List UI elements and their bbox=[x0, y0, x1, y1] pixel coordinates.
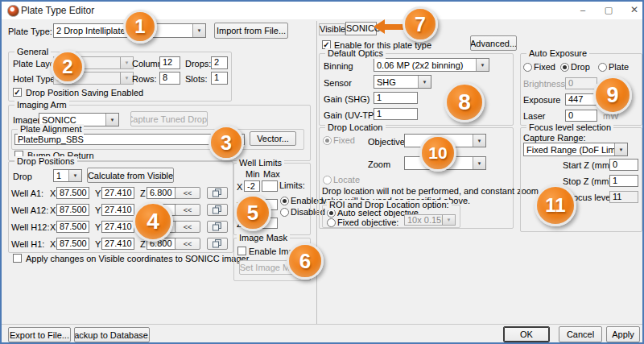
capture-range-combo[interactable]: Fixed Range (DoF Limited) bbox=[523, 143, 628, 156]
tab-visible[interactable]: Visible bbox=[319, 23, 345, 35]
copy-back-button[interactable]: << bbox=[175, 238, 200, 250]
x-field[interactable]: 87.500 bbox=[56, 221, 89, 233]
drop-number-combo[interactable]: 1 bbox=[53, 169, 82, 182]
sensor-combo[interactable]: SHG bbox=[374, 75, 431, 89]
copy-button[interactable] bbox=[207, 238, 228, 250]
laser-field[interactable]: 0 bbox=[565, 110, 597, 122]
chevron-down-icon[interactable] bbox=[105, 114, 118, 126]
x-min-field[interactable]: -2 bbox=[244, 180, 260, 192]
capture-range-value: Fixed Range (DoF Limited) bbox=[524, 145, 614, 155]
copy-back-button[interactable]: << bbox=[175, 221, 200, 233]
exposure-plate-radio[interactable] bbox=[598, 63, 607, 72]
chevron-down-icon[interactable] bbox=[68, 170, 81, 181]
apply-button[interactable]: Apply bbox=[606, 326, 640, 342]
copy-button[interactable] bbox=[207, 221, 228, 233]
export-to-file-button[interactable]: Export to File... bbox=[8, 327, 71, 342]
x-label: X bbox=[50, 222, 56, 232]
drops-field[interactable]: 2 bbox=[211, 56, 228, 69]
slots-label: Slots: bbox=[185, 74, 208, 85]
calculate-from-visible-button[interactable]: Calculate from Visible bbox=[87, 168, 174, 183]
enable-image-mask-checkbox[interactable] bbox=[237, 247, 246, 255]
drops-label: Drops: bbox=[185, 59, 211, 69]
y-label: Y bbox=[95, 189, 101, 198]
chevron-down-icon bbox=[120, 73, 133, 84]
min-label: Min bbox=[246, 169, 260, 180]
copy-button[interactable] bbox=[207, 187, 228, 199]
well-row-a1: Well A1: X 87.500 Y 27.410 Z 6.800 << bbox=[8, 187, 232, 200]
callout-5: 5 bbox=[234, 194, 271, 231]
stop-z-field[interactable]: 1 bbox=[609, 175, 638, 187]
ok-button[interactable]: OK bbox=[503, 326, 550, 342]
y-field[interactable]: 27.410 bbox=[101, 238, 134, 250]
copy-button[interactable] bbox=[207, 204, 228, 216]
callout-11: 11 bbox=[535, 184, 576, 226]
well-label: Well H1: bbox=[11, 239, 44, 249]
vector-button[interactable]: Vector... bbox=[250, 131, 296, 146]
copy-back-button[interactable]: << bbox=[175, 187, 200, 199]
x-max-field[interactable] bbox=[262, 180, 278, 192]
brightness-field: 0 bbox=[565, 77, 597, 89]
chevron-down-icon[interactable] bbox=[192, 24, 205, 37]
chevron-down-icon[interactable] bbox=[476, 59, 489, 71]
x-field[interactable]: 87.500 bbox=[56, 187, 89, 199]
drop-location-note-line1: Drop location will not be performed, and… bbox=[322, 186, 539, 196]
well-label: Well H12: bbox=[11, 222, 49, 232]
drop-position-saving-checkbox[interactable] bbox=[13, 88, 22, 97]
y-label: Y bbox=[95, 239, 101, 249]
sensor-value: SHG bbox=[374, 77, 418, 87]
binning-combo[interactable]: 0.06 MP (2x2 binning) bbox=[374, 58, 489, 72]
fixed-objective-radio[interactable] bbox=[327, 218, 336, 227]
cancel-button[interactable]: Cancel bbox=[559, 326, 602, 342]
x-field[interactable]: 87.500 bbox=[56, 204, 89, 216]
stop-z-label: Stop Z (mm) bbox=[563, 176, 612, 187]
chevron-down-icon[interactable] bbox=[418, 76, 431, 88]
chevron-down-icon[interactable] bbox=[473, 157, 485, 169]
gain-shg-field[interactable]: 1 bbox=[374, 92, 418, 104]
laser-label: Laser bbox=[523, 111, 546, 122]
exposure-field[interactable]: 447 bbox=[565, 93, 597, 106]
x-field[interactable]: 87.500 bbox=[56, 238, 89, 250]
y-field[interactable]: 27.410 bbox=[101, 221, 134, 233]
well-label: Well A12: bbox=[11, 205, 48, 215]
capture-tuned-drops-button: Capture Tuned Drops bbox=[130, 111, 208, 126]
tab-sonicc[interactable]: SONICC bbox=[345, 22, 377, 35]
max-focus-levels-field: 11 bbox=[609, 191, 638, 203]
maximize-icon[interactable]: ▢ bbox=[599, 2, 618, 17]
limits-label: Limits: bbox=[279, 180, 305, 191]
copy-back-button[interactable]: << bbox=[175, 204, 200, 216]
chevron-down-icon[interactable] bbox=[473, 135, 485, 147]
callout-2: 2 bbox=[51, 50, 85, 84]
limits-disabled-radio[interactable] bbox=[280, 208, 289, 217]
apply-visible-coordinates-checkbox[interactable] bbox=[13, 254, 22, 263]
exposure-fixed-radio[interactable] bbox=[523, 63, 532, 72]
limits-enabled-radio[interactable] bbox=[280, 197, 289, 205]
callout-9: 9 bbox=[593, 76, 632, 114]
close-icon[interactable]: ✕ bbox=[625, 2, 644, 17]
location-fixed-label: Fixed bbox=[333, 135, 355, 146]
slots-field[interactable]: 1 bbox=[211, 72, 228, 85]
drop-number-value: 1 bbox=[54, 171, 68, 180]
location-locate-label: Locate bbox=[333, 175, 360, 185]
columns-field[interactable]: 12 bbox=[159, 56, 180, 69]
advanced-button[interactable]: Advanced... bbox=[470, 35, 517, 51]
minimize-icon[interactable]: – bbox=[573, 2, 592, 17]
start-z-field[interactable]: 0 bbox=[609, 159, 638, 171]
import-from-file-button[interactable]: Import from File... bbox=[214, 23, 288, 39]
y-label: Y bbox=[95, 222, 101, 232]
callout-3: 3 bbox=[208, 125, 244, 160]
y-field[interactable]: 27.410 bbox=[101, 204, 134, 216]
exposure-label: Exposure bbox=[523, 95, 560, 106]
y-field[interactable]: 27.410 bbox=[101, 187, 134, 199]
location-fixed-radio bbox=[323, 136, 332, 145]
drop-position-saving-label: Drop Position Saving Enabled bbox=[26, 88, 143, 98]
start-z-label: Start Z (mm) bbox=[563, 160, 613, 171]
backup-to-database-button[interactable]: Backup to Database... bbox=[74, 327, 150, 342]
sensor-label: Sensor bbox=[324, 78, 352, 89]
panel-divider bbox=[316, 21, 317, 324]
brightness-label: Brightness bbox=[523, 79, 565, 89]
z-label: Z bbox=[140, 189, 146, 198]
rows-field[interactable]: 8 bbox=[159, 72, 180, 85]
gain-uv-tpef-field[interactable]: 1 bbox=[374, 108, 418, 120]
chevron-down-icon[interactable] bbox=[614, 143, 627, 155]
exposure-drop-radio[interactable] bbox=[560, 63, 569, 72]
